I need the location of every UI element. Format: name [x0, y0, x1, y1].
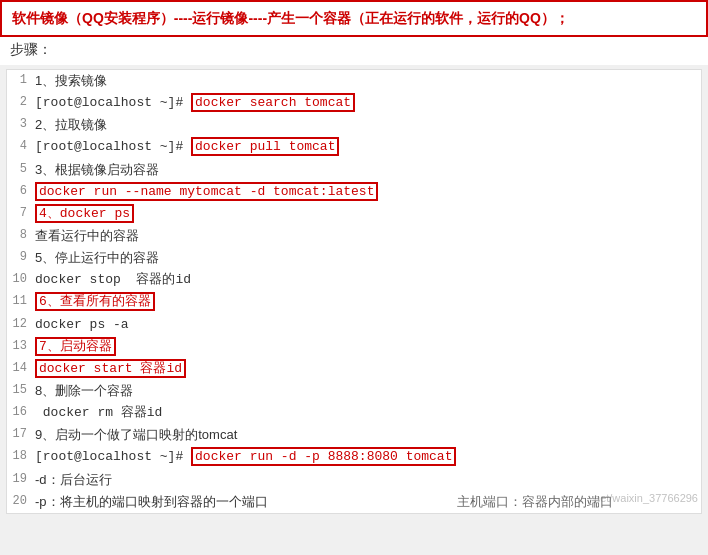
cmd-6: docker run --name mytomcat -d tomcat:lat…	[35, 182, 378, 201]
line-num-7: 7	[7, 204, 35, 220]
watermark: net/waixin_37766296	[594, 492, 698, 504]
code-line-9: 9 5、停止运行中的容器	[7, 247, 701, 269]
line-content-8: 查看运行中的容器	[35, 226, 701, 246]
code-line-4: 4 [root@localhost ~]# docker pull tomcat	[7, 136, 701, 158]
line-num-4: 4	[7, 137, 35, 153]
line-num-18: 18	[7, 447, 35, 463]
code-line-18: 18 [root@localhost ~]# docker run -d -p …	[7, 446, 701, 468]
cmd-2: docker search tomcat	[191, 93, 355, 112]
line-content-9: 5、停止运行中的容器	[35, 248, 701, 268]
code-line-14: 14 docker start 容器id	[7, 358, 701, 380]
line-content-6: docker run --name mytomcat -d tomcat:lat…	[35, 182, 701, 202]
line-num-9: 9	[7, 248, 35, 264]
line-num-2: 2	[7, 93, 35, 109]
code-line-16: 16 docker rm 容器id	[7, 402, 701, 424]
banner-text1: 软件镜像（QQ安装程序）----运行镜像----产生一个容器	[12, 10, 351, 26]
code-line-10: 10 docker stop 容器的id	[7, 269, 701, 291]
line-num-17: 17	[7, 425, 35, 441]
line-content-17: 9、启动一个做了端口映射的tomcat	[35, 425, 701, 445]
code-line-1: 1 1、搜索镜像	[7, 70, 701, 92]
line-content-2: [root@localhost ~]# docker search tomcat	[35, 93, 701, 113]
code-line-17: 17 9、启动一个做了端口映射的tomcat	[7, 424, 701, 446]
steps-label: 步骤：	[0, 37, 708, 65]
line-num-5: 5	[7, 160, 35, 176]
cmd-14: docker start 容器id	[35, 359, 186, 378]
prompt-18: [root@localhost ~]#	[35, 449, 191, 464]
prompt-2: [root@localhost ~]#	[35, 95, 191, 110]
line-content-7: 4、docker ps	[35, 204, 701, 224]
cmd-7: 4、docker ps	[35, 204, 134, 223]
line-num-10: 10	[7, 270, 35, 286]
prompt-4: [root@localhost ~]#	[35, 139, 191, 154]
line-num-12: 12	[7, 315, 35, 331]
code-line-12: 12 docker ps -a	[7, 314, 701, 336]
line-num-16: 16	[7, 403, 35, 419]
line-20-left: -p：将主机的端口映射到容器的一个端口	[35, 492, 268, 512]
code-line-5: 5 3、根据镜像启动容器	[7, 159, 701, 181]
line-num-19: 19	[7, 470, 35, 486]
line-content-12: docker ps -a	[35, 315, 701, 335]
line-num-14: 14	[7, 359, 35, 375]
line-content-11: 6、查看所有的容器	[35, 292, 701, 312]
line-content-18: [root@localhost ~]# docker run -d -p 888…	[35, 447, 701, 467]
code-line-6: 6 docker run --name mytomcat -d tomcat:l…	[7, 181, 701, 203]
code-line-19: 19 -d：后台运行	[7, 469, 701, 491]
line-num-6: 6	[7, 182, 35, 198]
cmd-18: docker run -d -p 8888:8080 tomcat	[191, 447, 456, 466]
line-num-8: 8	[7, 226, 35, 242]
line-content-16: docker rm 容器id	[35, 403, 701, 423]
cmd-11: 6、查看所有的容器	[35, 292, 155, 311]
top-banner: 软件镜像（QQ安装程序）----运行镜像----产生一个容器（正在运行的软件，运…	[0, 0, 708, 37]
line-num-13: 13	[7, 337, 35, 353]
code-line-3: 3 2、拉取镜像	[7, 114, 701, 136]
line-content-5: 3、根据镜像启动容器	[35, 160, 701, 180]
code-line-13: 13 7、启动容器	[7, 336, 701, 358]
line-num-1: 1	[7, 71, 35, 87]
line-content-19: -d：后台运行	[35, 470, 701, 490]
line-content-13: 7、启动容器	[35, 337, 701, 357]
code-line-8: 8 查看运行中的容器	[7, 225, 701, 247]
banner-text2: （正在运行的软件，运行的QQ）；	[351, 10, 569, 26]
line-content-1: 1、搜索镜像	[35, 71, 701, 91]
code-line-2: 2 [root@localhost ~]# docker search tomc…	[7, 92, 701, 114]
code-area: 1 1、搜索镜像 2 [root@localhost ~]# docker se…	[6, 69, 702, 514]
line-num-20: 20	[7, 492, 35, 508]
line-content-15: 8、删除一个容器	[35, 381, 701, 401]
line-num-15: 15	[7, 381, 35, 397]
line-num-11: 11	[7, 292, 35, 308]
cmd-13: 7、启动容器	[35, 337, 116, 356]
code-line-11: 11 6、查看所有的容器	[7, 291, 701, 313]
line-content-10: docker stop 容器的id	[35, 270, 701, 290]
line-content-3: 2、拉取镜像	[35, 115, 701, 135]
code-line-15: 15 8、删除一个容器	[7, 380, 701, 402]
line-content-4: [root@localhost ~]# docker pull tomcat	[35, 137, 701, 157]
code-line-7: 7 4、docker ps	[7, 203, 701, 225]
line-content-14: docker start 容器id	[35, 359, 701, 379]
cmd-4: docker pull tomcat	[191, 137, 339, 156]
line-num-3: 3	[7, 115, 35, 131]
line-20-right: 主机端口：容器内部的端口	[457, 492, 613, 512]
